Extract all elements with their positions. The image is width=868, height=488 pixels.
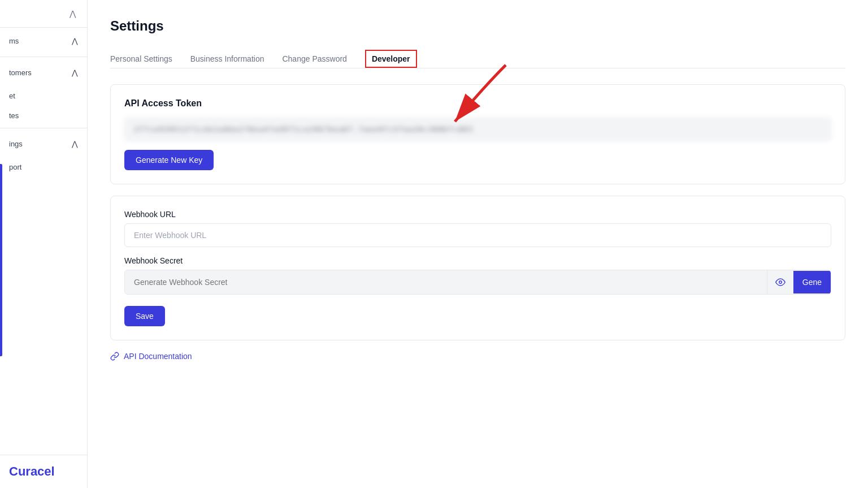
sidebar-item-et-label: et [9,92,15,100]
webhook-secret-wrapper: Gene [124,270,831,295]
sidebar-item-et[interactable]: et [0,86,87,106]
sidebar-section-2: tomers ⋀ [0,59,87,86]
api-token-title: API Access Token [124,98,831,109]
sidebar-divider-1 [0,57,87,57]
sidebar-section-ms[interactable]: ms ⋀ [0,32,87,50]
sidebar-item-tes-label: tes [9,111,19,120]
chevron-up-icon-2: ⋀ [72,68,78,77]
webhook-url-label: Webhook URL [124,210,831,219]
webhook-generate-button[interactable]: Gene [793,271,831,293]
sidebar-item-port-label: port [9,163,21,171]
sidebar-section-1: ms ⋀ [0,28,87,54]
tab-business[interactable]: Business Information [190,50,264,68]
sidebar-divider-2 [0,128,87,128]
webhook-secret-eye-button[interactable] [767,270,793,294]
api-documentation-label: API Documentation [124,352,192,361]
sidebar-collapse-icon[interactable]: ⋀ [67,8,78,19]
sidebar-active-bar [0,164,2,356]
sidebar-footer: Curacel [0,455,87,488]
tab-developer[interactable]: Developer [365,50,417,68]
svg-point-1 [779,281,782,284]
generate-key-button[interactable]: Generate New Key [124,150,214,170]
page-title: Settings [110,18,845,34]
webhook-url-input[interactable] [124,223,831,247]
brand-logo: Curacel [9,464,55,478]
webhook-secret-label: Webhook Secret [124,256,831,265]
sidebar-section-3: ings ⋀ [0,131,87,157]
tab-personal[interactable]: Personal Settings [110,50,172,68]
settings-tabs: Personal Settings Business Information C… [110,50,845,68]
sidebar-section-ings-label: ings [9,140,23,148]
chevron-up-icon-3: ⋀ [72,140,78,148]
sidebar-section-ms-label: ms [9,37,19,45]
sidebar-section-ings[interactable]: ings ⋀ [0,135,87,153]
sidebar-item-tes[interactable]: tes [0,106,87,126]
api-token-value: 2f7ce93951271cde1a6be278ea47ed971ca2967b… [124,118,831,141]
chevron-up-icon: ⋀ [72,37,78,45]
sidebar-section-customers-label: tomers [9,68,32,77]
webhook-secret-input[interactable] [125,271,767,293]
api-token-card: API Access Token 2f7ce93951271cde1a6be27… [110,84,845,184]
sidebar-item-port[interactable]: port [0,157,87,177]
eye-icon [775,277,785,287]
sidebar: ⋀ ms ⋀ tomers ⋀ et tes ings ⋀ port Curac… [0,0,88,488]
save-button[interactable]: Save [124,306,165,326]
webhook-card: Webhook URL Webhook Secret Gene Save [110,196,845,340]
main-content: Settings Personal Settings Business Info… [88,0,868,488]
sidebar-header: ⋀ [0,0,87,28]
api-documentation-link[interactable]: API Documentation [110,352,845,361]
tab-change-password[interactable]: Change Password [282,50,346,68]
link-icon [110,352,119,361]
sidebar-section-customers[interactable]: tomers ⋀ [0,64,87,81]
